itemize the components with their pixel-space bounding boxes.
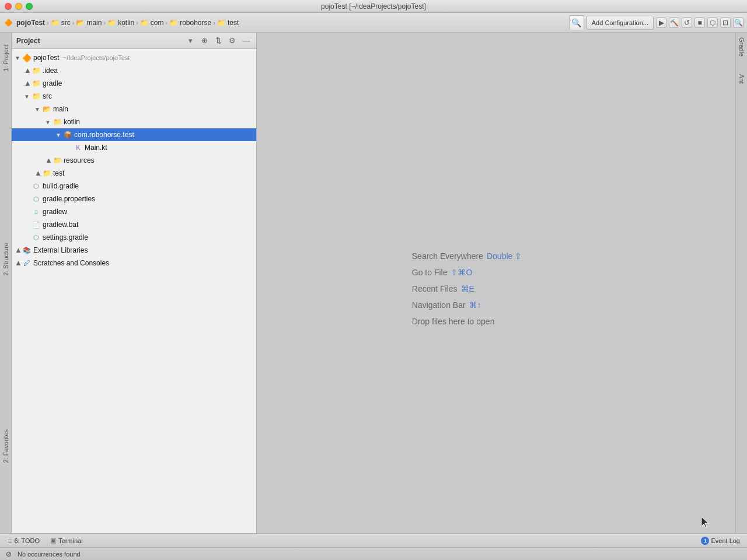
breadcrumb-label-main: main: [86, 19, 102, 27]
tree-item-mainkt[interactable]: ▶ K Main.kt: [12, 141, 256, 154]
tree-label-gradle-folder: gradle: [43, 79, 62, 88]
build-button[interactable]: 🔨: [669, 18, 679, 28]
breadcrumb-label-test: test: [228, 19, 239, 27]
breadcrumb-sep-3: ›: [136, 19, 138, 26]
search-everywhere-button[interactable]: 🔍: [569, 15, 584, 30]
gradle-file-icon: ⬡: [32, 181, 41, 191]
breadcrumb: 🔶 pojoTest › 📁 src › 📂 main › 📁 kotlin ›…: [4, 18, 567, 27]
tree-label-kotlin: kotlin: [64, 118, 80, 126]
tree-item-gradleprops[interactable]: ▶ ⬡ gradle.properties: [12, 192, 256, 205]
tree-item-gradlewbat[interactable]: ▶ 📄 gradlew.bat: [12, 218, 256, 231]
tree-label-src: src: [43, 92, 52, 100]
project-panel: Project ▾ ⊕ ⇅ ⚙ — ▼ 🔶 pojoTest ~/IdeaPro…: [12, 33, 257, 533]
tree-arrow-external: ▶: [13, 246, 22, 255]
tree-item-root[interactable]: ▼ 🔶 pojoTest ~/IdeaProjects/pojoTest: [12, 51, 256, 64]
folder-main-icon: 📂: [76, 19, 85, 27]
tree-item-src[interactable]: ▼ 📁 src: [12, 90, 256, 103]
stop-button[interactable]: ■: [694, 18, 705, 28]
ant-tab[interactable]: Ant: [738, 74, 745, 84]
favorites-panel-tab[interactable]: 2: Favorites: [2, 429, 9, 463]
tree-item-gradlew[interactable]: ▶ ≡ gradlew: [12, 205, 256, 218]
breadcrumb-sep-2: ›: [103, 19, 106, 26]
tree-item-main[interactable]: ▼ 📂 main: [12, 103, 256, 116]
terminal-icon: ▣: [50, 537, 56, 544]
breadcrumb-src[interactable]: 📁 src: [51, 19, 71, 27]
bottom-right: 1 Event Log: [697, 537, 743, 545]
breadcrumb-kotlin[interactable]: 📁 kotlin: [107, 19, 134, 27]
panel-add-button[interactable]: ⊕: [199, 36, 210, 46]
breadcrumb-robohorse[interactable]: 📁 robohorse: [169, 19, 211, 27]
tree-item-resources[interactable]: ▶ 📁 resources: [12, 154, 256, 167]
profile-button[interactable]: ⊡: [720, 18, 731, 28]
resources-folder-icon: 📁: [53, 156, 62, 165]
toolbar-actions: 🔍 Add Configuration... ▶ 🔨 ↺ ■ ⬡ ⊡ 🔍: [569, 15, 743, 30]
breadcrumb-sep-5: ›: [213, 19, 215, 26]
minimize-button[interactable]: [15, 3, 22, 10]
tree-label-package: com.robohorse.test: [74, 131, 134, 139]
tree-label-idea: .idea: [43, 66, 58, 75]
breadcrumb-label-project: pojoTest: [16, 19, 45, 27]
project-panel-tab[interactable]: 1: Project: [2, 44, 9, 71]
title-bar: pojoTest [~/IdeaProjects/pojoTest]: [0, 0, 747, 13]
project-icon: 🔶: [4, 18, 13, 27]
gradle-folder-icon: 📁: [32, 79, 41, 88]
folder-src-icon: 📁: [51, 19, 60, 27]
tree-item-idea[interactable]: ▶ 📁 .idea: [12, 64, 256, 77]
right-strip: Gradle Ant: [735, 33, 747, 533]
tree-item-external[interactable]: ▶ 📚 External Libraries: [12, 244, 256, 257]
panel-dropdown-icon[interactable]: ▾: [185, 36, 196, 46]
tree-arrow-test: ▶: [33, 169, 42, 178]
external-lib-icon: 📚: [22, 246, 32, 255]
tree-item-settingsgradle[interactable]: ▶ ⬡ settings.gradle: [12, 231, 256, 244]
maximize-button[interactable]: [26, 3, 33, 10]
folder-robohorse-icon: 📁: [169, 19, 178, 27]
hint-recent-text: Recent Files: [412, 284, 458, 293]
todo-tab[interactable]: ≡ 6: TODO: [4, 535, 44, 547]
tree-label-gradlewbat: gradlew.bat: [43, 220, 78, 229]
breadcrumb-project[interactable]: 🔶 pojoTest: [4, 18, 45, 27]
tree-arrow-package: ▼: [54, 130, 63, 139]
terminal-tab[interactable]: ▣ Terminal: [46, 535, 88, 547]
tree-label-buildgradle: build.gradle: [43, 182, 79, 190]
tree-item-scratches[interactable]: ▶ 🖊 Scratches and Consoles: [12, 257, 256, 270]
structure-panel-tab[interactable]: 2: Structure: [2, 243, 9, 276]
breadcrumb-test[interactable]: 📁 test: [217, 19, 239, 27]
run-button[interactable]: ▶: [656, 18, 666, 28]
breadcrumb-label-kotlin: kotlin: [118, 19, 134, 27]
todo-icon: ≡: [8, 537, 12, 544]
bottom-toolbar: ≡ 6: TODO ▣ Terminal 1 Event Log: [0, 533, 747, 547]
breadcrumb-main[interactable]: 📂 main: [76, 19, 102, 27]
breadcrumb-com[interactable]: 📁 com: [140, 19, 164, 27]
coverage-button[interactable]: ⬡: [707, 18, 718, 28]
gradle-tab[interactable]: Gradle: [738, 37, 745, 57]
breadcrumb-label-robohorse: robohorse: [180, 19, 211, 27]
project-panel-header: Project ▾ ⊕ ⇅ ⚙ —: [12, 33, 256, 49]
tree-arrow-idea: ▶: [22, 66, 32, 75]
tree-arrow-kotlin: ▼: [43, 117, 53, 127]
add-configuration-label: Add Configuration...: [592, 19, 648, 26]
panel-scroll-button[interactable]: ⇅: [213, 36, 224, 46]
editor-area: Search Everywhere Double ⇧ Go to File ⇧⌘…: [257, 33, 735, 533]
tree-item-kotlin[interactable]: ▼ 📁 kotlin: [12, 116, 256, 128]
tree-item-package[interactable]: ▼ 📦 com.robohorse.test: [12, 128, 256, 141]
tree-item-test[interactable]: ▶ 📁 test: [12, 167, 256, 180]
hint-search-shortcut: Double ⇧: [487, 251, 522, 261]
main-layout: 1: Project 2: Structure 2: Favorites Pro…: [0, 33, 747, 533]
panel-gear-button[interactable]: ⚙: [227, 36, 238, 46]
status-icon: ⊘: [5, 550, 13, 558]
src-folder-icon: 📁: [32, 92, 41, 101]
tree-item-gradle-folder[interactable]: ▶ 📁 gradle: [12, 77, 256, 90]
breadcrumb-label-src: src: [61, 19, 71, 27]
tree-item-buildgradle[interactable]: ▶ ⬡ build.gradle: [12, 180, 256, 192]
close-button[interactable]: [5, 3, 12, 10]
add-configuration-button[interactable]: Add Configuration...: [587, 16, 654, 30]
hint-navbar: Navigation Bar ⌘↑: [412, 300, 481, 310]
event-log-button[interactable]: 1 Event Log: [697, 537, 743, 545]
panel-close-button[interactable]: —: [241, 36, 252, 46]
rebuild-button[interactable]: ↺: [682, 18, 692, 28]
tree-label-root-path: ~/IdeaProjects/pojoTest: [63, 54, 130, 61]
tree-label-gradleprops: gradle.properties: [43, 195, 95, 203]
window-title: pojoTest [~/IdeaProjects/pojoTest]: [321, 2, 426, 10]
search-button[interactable]: 🔍: [733, 18, 743, 28]
breadcrumb-sep-0: ›: [47, 19, 49, 26]
